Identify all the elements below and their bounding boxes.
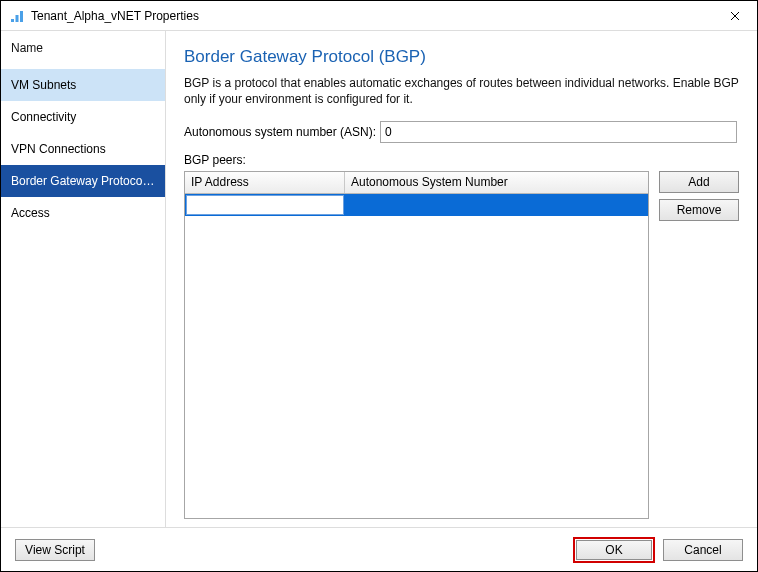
grid-body (185, 194, 648, 518)
column-header-asn[interactable]: Autonomous System Number (345, 172, 648, 193)
main-panel: Border Gateway Protocol (BGP) BGP is a p… (166, 31, 757, 527)
svg-rect-0 (11, 19, 14, 22)
close-button[interactable] (713, 1, 757, 31)
sidebar-item-label: Access (11, 206, 50, 220)
dialog-body: Name VM Subnets Connectivity VPN Connect… (1, 31, 757, 527)
sidebar-header: Name (1, 31, 165, 69)
sidebar-item-vm-subnets[interactable]: VM Subnets (1, 69, 165, 101)
cell-asn (345, 194, 648, 216)
add-button[interactable]: Add (659, 171, 739, 193)
asn-row: Autonomous system number (ASN): (184, 121, 739, 143)
sidebar-item-connectivity[interactable]: Connectivity (1, 101, 165, 133)
peers-label: BGP peers: (184, 153, 739, 167)
sidebar-item-access[interactable]: Access (1, 197, 165, 229)
app-icon (9, 8, 25, 24)
svg-rect-1 (16, 15, 19, 22)
table-row[interactable] (185, 194, 648, 216)
sidebar: Name VM Subnets Connectivity VPN Connect… (1, 31, 166, 527)
grid-header: IP Address Autonomous System Number (185, 172, 648, 194)
titlebar: Tenant_Alpha_vNET Properties (1, 1, 757, 31)
peers-area: IP Address Autonomous System Number Add (184, 171, 739, 519)
cell-ip (185, 194, 345, 216)
peers-grid[interactable]: IP Address Autonomous System Number (184, 171, 649, 519)
properties-window: Tenant_Alpha_vNET Properties Name VM Sub… (0, 0, 758, 572)
asn-input[interactable] (380, 121, 737, 143)
peer-buttons: Add Remove (659, 171, 739, 519)
sidebar-item-bgp[interactable]: Border Gateway Protocol... (1, 165, 165, 197)
remove-button[interactable]: Remove (659, 199, 739, 221)
cancel-button[interactable]: Cancel (663, 539, 743, 561)
window-title: Tenant_Alpha_vNET Properties (31, 9, 713, 23)
sidebar-item-label: Connectivity (11, 110, 76, 124)
footer: View Script OK Cancel (1, 527, 757, 571)
page-description: BGP is a protocol that enables automatic… (184, 75, 739, 107)
sidebar-item-label: VPN Connections (11, 142, 106, 156)
page-title: Border Gateway Protocol (BGP) (184, 47, 739, 67)
column-header-ip[interactable]: IP Address (185, 172, 345, 193)
ok-highlight: OK (573, 537, 655, 563)
svg-rect-2 (20, 11, 23, 22)
sidebar-item-label: Border Gateway Protocol... (11, 174, 155, 188)
ok-button[interactable]: OK (576, 540, 652, 560)
sidebar-item-label: VM Subnets (11, 78, 76, 92)
ip-input[interactable] (186, 195, 344, 215)
sidebar-item-vpn-connections[interactable]: VPN Connections (1, 133, 165, 165)
asn-label: Autonomous system number (ASN): (184, 125, 376, 139)
view-script-button[interactable]: View Script (15, 539, 95, 561)
